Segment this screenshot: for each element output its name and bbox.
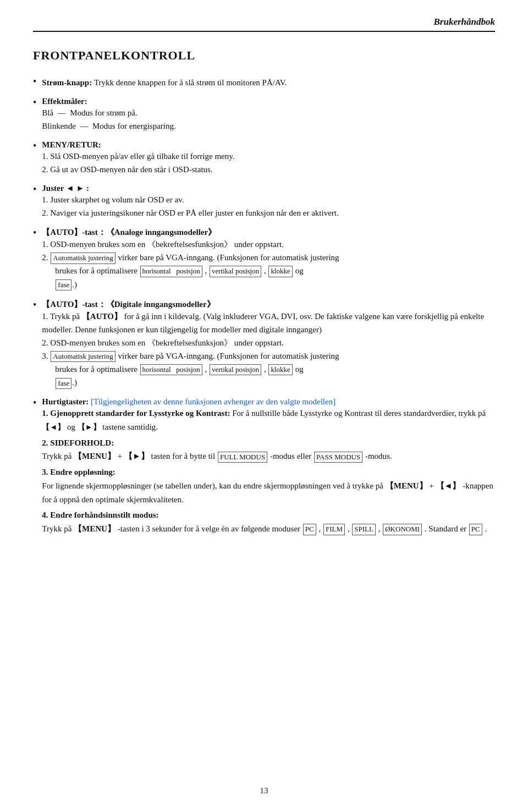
hurtig-item3-label: 3. Endre oppløsning:: [42, 468, 116, 476]
hurtig-blue: [Tilgjengeligheten av denne funksjonen a…: [91, 397, 336, 406]
juster-body2: 2. Naviger via justeringsikoner når OSD …: [42, 206, 495, 220]
auto-analog-line1: 1. OSD-menyen brukes som en 《bekreftelse…: [42, 238, 495, 251]
effekt-body1: Blå — Modus for strøm på.: [42, 106, 495, 119]
sub-full: FULL MODUS: [218, 452, 267, 463]
strom-body: Trykk denne knappen for å slå strøm til …: [94, 78, 287, 87]
strom-title: Strøm-knapp:: [42, 78, 94, 87]
auto-analog-subtitle: 《Analoge inngangsmodeller》: [106, 228, 216, 237]
page-number: 13: [260, 786, 268, 795]
key-right: 【►】: [78, 423, 101, 431]
auto-sub1: Automatisk justering: [51, 253, 115, 264]
sub-horisont1: horisontal posisjon: [140, 266, 202, 277]
meny-title: MENY/RETUR:: [42, 140, 101, 149]
auto-digital-subtitle: 《Digitale inngangsmodeller》: [106, 300, 215, 309]
hurtig-item4: 4. Endre forhåndsinnstilt modus: Trykk p…: [42, 508, 495, 536]
auto-analog-content: 【AUTO】-tast：《Analoge inngangsmodeller》 1…: [42, 227, 495, 292]
juster-content: Juster ◄ ► : 1. Juster skarphet og volum…: [42, 184, 495, 220]
sub-klokke2: klokke: [268, 364, 292, 375]
auto-sub2: Automatisk justering: [51, 351, 115, 362]
key-right2: 【►】: [124, 452, 149, 460]
section-strom: • Strøm-knapp: Trykk denne knappen for å…: [33, 76, 495, 89]
auto-digital-line1: 1. Trykk på 【AUTO】 for å gå inn i kildev…: [42, 310, 495, 336]
hurtig-item2-label: 2. SIDEFORHOLD:: [42, 438, 114, 447]
sub-horisont2: horisontal posisjon: [140, 364, 202, 375]
auto-digital-title: 【AUTO】-tast：: [42, 300, 106, 309]
section-auto-analog: • 【AUTO】-tast：《Analoge inngangsmodeller》…: [33, 227, 495, 292]
auto-digital-content: 【AUTO】-tast：《Digitale inngangsmodeller》 …: [42, 299, 495, 390]
hurtig-title: Hurtigtaster:: [42, 397, 91, 406]
bullet-dot: •: [33, 76, 36, 87]
key-menu2: 【MENU】: [74, 452, 116, 460]
section-meny: • MENY/RETUR: 1. Slå OSD-menyen på/av el…: [33, 140, 495, 176]
hurtig-content: Hurtigtaster: [Tilgjengeligheten av denn…: [42, 397, 495, 538]
hurtig-item3: 3. Endre oppløsning: For lignende skjerm…: [42, 465, 495, 506]
meny-body2: 2. Gå ut av OSD-menyen når den står i OS…: [42, 163, 495, 176]
sub-klokke1: klokke: [268, 266, 292, 277]
bullet-dot-auto-digital: •: [33, 299, 36, 311]
auto-analog-line2b: brukes for å optimalisere horisontal pos…: [55, 264, 495, 278]
meny-content: MENY/RETUR: 1. Slå OSD-menyen på/av elle…: [42, 140, 495, 176]
bullet-dot-hurtig: •: [33, 397, 36, 409]
sub-fase1: fase: [56, 279, 72, 290]
header-title: Brukerhåndbok: [434, 17, 495, 28]
bullet-dot-auto-analog: •: [33, 227, 36, 239]
effekt-title: Effektmåler:: [42, 97, 87, 106]
section-auto-digital: • 【AUTO】-tast：《Digitale inngangsmodeller…: [33, 299, 495, 390]
hurtig-item4-text: Trykk på 【MENU】 -tasten i 3 sekunder for…: [42, 524, 487, 533]
hurtig-item2: 2. SIDEFORHOLD: Trykk på 【MENU】 + 【►】 ta…: [42, 436, 495, 464]
sub-pc2: PC: [469, 524, 482, 535]
sub-okonomi: ØKONOMI: [383, 524, 422, 535]
juster-title: Juster ◄ ► :: [42, 184, 89, 193]
key-menu4: 【MENU】: [74, 524, 116, 533]
bullet-dot-meny: •: [33, 140, 36, 152]
page-title: FRONTPANELKONTROLL: [33, 48, 495, 63]
page-footer: 13: [0, 786, 528, 795]
juster-body1: 1. Juster skarphet og volum når OSD er a…: [42, 193, 495, 206]
bullet-dot-juster: •: [33, 184, 36, 195]
section-hurtig: • Hurtigtaster: [Tilgjengeligheten av de…: [33, 397, 495, 538]
effekt-content: Effektmåler: Blå — Modus for strøm på. B…: [42, 97, 495, 133]
hurtig-item1: 1. Gjenopprett standarder for Lysstyrke …: [42, 407, 495, 434]
sub-vert2: vertikal posisjon: [210, 364, 261, 375]
meny-body1: 1. Slå OSD-menyen på/av eller gå tilbake…: [42, 150, 495, 163]
sub-pass: PASS MODUS: [314, 452, 362, 463]
bullet-dot-effekt: •: [33, 97, 36, 108]
sub-pc: PC: [303, 524, 316, 535]
key-menu3: 【MENU】: [386, 481, 427, 490]
sub-fase2: fase: [56, 378, 72, 389]
hurtig-item3-text: For lignende skjermoppløsninger (se tabe…: [42, 481, 493, 504]
section-juster: • Juster ◄ ► : 1. Juster skarphet og vol…: [33, 184, 495, 220]
auto-digital-line3: 3. Automatisk justering virker bare på V…: [42, 349, 495, 363]
sub-film: FILM: [323, 524, 345, 535]
page-container: Brukerhåndbok FRONTPANELKONTROLL • Strøm…: [0, 0, 528, 812]
auto-analog-line2c: fase.): [55, 278, 495, 292]
section-effekt: • Effektmåler: Blå — Modus for strøm på.…: [33, 97, 495, 133]
header-bar: Brukerhåndbok: [33, 17, 495, 32]
hurtig-item4-label: 4. Endre forhåndsinnstilt modus:: [42, 511, 158, 519]
auto-digital-line3c: fase.): [55, 376, 495, 389]
auto-digital-line2: 2. OSD-menyen brukes som en 《bekreftelse…: [42, 336, 495, 349]
hurtig-item1-label: 1. Gjenopprett standarder for Lysstyrke …: [42, 409, 232, 418]
section-strom-content: Strøm-knapp: Trykk denne knappen for å s…: [42, 76, 495, 89]
auto-analog-title: 【AUTO】-tast：: [42, 228, 106, 237]
sub-vert1: vertikal posisjon: [210, 266, 261, 277]
key-left: 【◄】: [42, 423, 65, 431]
key-left3: 【◄】: [436, 481, 461, 490]
auto-digital-line3b: brukes for å optimalisere horisontal pos…: [55, 363, 495, 376]
effekt-body2: Blinkende — Modus for energisparing.: [42, 119, 495, 133]
auto-analog-line2: 2. Automatisk justering virker bare på V…: [42, 251, 495, 264]
sub-spill: SPILL: [352, 524, 376, 535]
hurtig-item2-text: Trykk på 【MENU】 + 【►】 tasten for å bytte…: [42, 452, 392, 460]
